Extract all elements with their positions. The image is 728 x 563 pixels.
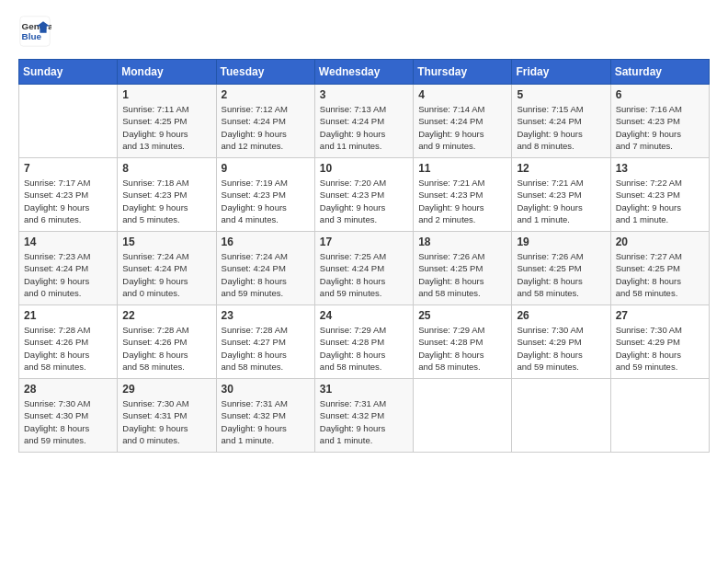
cell-info: Sunrise: 7:26 AM Sunset: 4:25 PM Dayligh… xyxy=(418,250,506,299)
cell-info: Sunrise: 7:12 AM Sunset: 4:24 PM Dayligh… xyxy=(222,103,310,152)
weekday-header-row: SundayMondayTuesdayWednesdayThursdayFrid… xyxy=(19,60,710,85)
weekday-friday: Friday xyxy=(512,60,610,85)
cell-info: Sunrise: 7:21 AM Sunset: 4:23 PM Dayligh… xyxy=(418,177,506,225)
calendar-cell: 24Sunrise: 7:29 AM Sunset: 4:28 PM Dayli… xyxy=(314,305,413,379)
calendar-table: SundayMondayTuesdayWednesdayThursdayFrid… xyxy=(18,59,710,453)
day-number: 3 xyxy=(320,88,408,101)
calendar-cell: 31Sunrise: 7:31 AM Sunset: 4:32 PM Dayli… xyxy=(314,379,413,453)
calendar-cell: 14Sunrise: 7:23 AM Sunset: 4:24 PM Dayli… xyxy=(19,232,118,305)
logo: General Blue xyxy=(18,15,57,48)
calendar-cell: 26Sunrise: 7:30 AM Sunset: 4:29 PM Dayli… xyxy=(512,305,610,379)
cell-info: Sunrise: 7:31 AM Sunset: 4:32 PM Dayligh… xyxy=(320,397,408,446)
cell-info: Sunrise: 7:21 AM Sunset: 4:23 PM Dayligh… xyxy=(517,177,605,225)
day-number: 31 xyxy=(320,383,408,396)
calendar-cell: 11Sunrise: 7:21 AM Sunset: 4:23 PM Dayli… xyxy=(414,158,512,232)
calendar-cell: 13Sunrise: 7:22 AM Sunset: 4:23 PM Dayli… xyxy=(610,158,709,232)
cell-info: Sunrise: 7:24 AM Sunset: 4:24 PM Dayligh… xyxy=(122,250,210,299)
calendar-container: General Blue SundayMondayTuesdayWednesda… xyxy=(0,0,728,563)
cell-info: Sunrise: 7:28 AM Sunset: 4:26 PM Dayligh… xyxy=(122,324,210,373)
calendar-cell xyxy=(19,85,118,158)
weekday-wednesday: Wednesday xyxy=(314,60,413,85)
cell-info: Sunrise: 7:22 AM Sunset: 4:23 PM Dayligh… xyxy=(616,177,704,225)
weekday-saturday: Saturday xyxy=(610,60,709,85)
cell-info: Sunrise: 7:30 AM Sunset: 4:30 PM Dayligh… xyxy=(24,397,112,446)
weekday-sunday: Sunday xyxy=(19,60,118,85)
day-number: 16 xyxy=(222,236,310,248)
calendar-cell: 5Sunrise: 7:15 AM Sunset: 4:24 PM Daylig… xyxy=(512,85,610,158)
day-number: 12 xyxy=(517,162,605,175)
calendar-cell: 7Sunrise: 7:17 AM Sunset: 4:23 PM Daylig… xyxy=(19,158,118,232)
calendar-cell: 30Sunrise: 7:31 AM Sunset: 4:32 PM Dayli… xyxy=(216,379,314,453)
cell-info: Sunrise: 7:15 AM Sunset: 4:24 PM Dayligh… xyxy=(517,103,605,152)
day-number: 30 xyxy=(222,383,310,396)
day-number: 10 xyxy=(320,162,408,175)
cell-info: Sunrise: 7:18 AM Sunset: 4:23 PM Dayligh… xyxy=(122,177,210,225)
cell-info: Sunrise: 7:30 AM Sunset: 4:29 PM Dayligh… xyxy=(616,324,704,373)
day-number: 23 xyxy=(222,309,310,322)
day-number: 11 xyxy=(418,162,506,175)
calendar-cell: 2Sunrise: 7:12 AM Sunset: 4:24 PM Daylig… xyxy=(216,85,314,158)
cell-info: Sunrise: 7:20 AM Sunset: 4:23 PM Dayligh… xyxy=(320,177,408,225)
day-number: 27 xyxy=(616,309,704,322)
calendar-cell: 8Sunrise: 7:18 AM Sunset: 4:23 PM Daylig… xyxy=(118,158,216,232)
day-number: 2 xyxy=(222,88,310,101)
day-number: 17 xyxy=(320,236,408,248)
calendar-cell: 16Sunrise: 7:24 AM Sunset: 4:24 PM Dayli… xyxy=(216,232,314,305)
calendar-cell: 9Sunrise: 7:19 AM Sunset: 4:23 PM Daylig… xyxy=(216,158,314,232)
calendar-cell: 4Sunrise: 7:14 AM Sunset: 4:24 PM Daylig… xyxy=(414,85,512,158)
weekday-monday: Monday xyxy=(118,60,216,85)
calendar-cell: 17Sunrise: 7:25 AM Sunset: 4:24 PM Dayli… xyxy=(314,232,413,305)
week-row-3: 21Sunrise: 7:28 AM Sunset: 4:26 PM Dayli… xyxy=(19,305,710,379)
calendar-cell: 23Sunrise: 7:28 AM Sunset: 4:27 PM Dayli… xyxy=(216,305,314,379)
cell-info: Sunrise: 7:13 AM Sunset: 4:24 PM Dayligh… xyxy=(320,103,408,152)
cell-info: Sunrise: 7:11 AM Sunset: 4:25 PM Dayligh… xyxy=(122,103,210,152)
cell-info: Sunrise: 7:28 AM Sunset: 4:26 PM Dayligh… xyxy=(24,324,112,373)
cell-info: Sunrise: 7:23 AM Sunset: 4:24 PM Dayligh… xyxy=(24,250,112,299)
day-number: 29 xyxy=(122,383,210,396)
day-number: 5 xyxy=(517,88,605,101)
day-number: 22 xyxy=(122,309,210,322)
day-number: 25 xyxy=(418,309,506,322)
day-number: 13 xyxy=(616,162,704,175)
calendar-cell: 25Sunrise: 7:29 AM Sunset: 4:28 PM Dayli… xyxy=(414,305,512,379)
cell-info: Sunrise: 7:25 AM Sunset: 4:24 PM Dayligh… xyxy=(320,250,408,299)
weekday-thursday: Thursday xyxy=(414,60,512,85)
cell-info: Sunrise: 7:14 AM Sunset: 4:24 PM Dayligh… xyxy=(418,103,506,152)
calendar-cell: 10Sunrise: 7:20 AM Sunset: 4:23 PM Dayli… xyxy=(314,158,413,232)
calendar-cell: 6Sunrise: 7:16 AM Sunset: 4:23 PM Daylig… xyxy=(610,85,709,158)
calendar-cell: 20Sunrise: 7:27 AM Sunset: 4:25 PM Dayli… xyxy=(610,232,709,305)
calendar-cell: 29Sunrise: 7:30 AM Sunset: 4:31 PM Dayli… xyxy=(118,379,216,453)
day-number: 15 xyxy=(122,236,210,248)
week-row-4: 28Sunrise: 7:30 AM Sunset: 4:30 PM Dayli… xyxy=(19,379,710,453)
calendar-cell: 28Sunrise: 7:30 AM Sunset: 4:30 PM Dayli… xyxy=(19,379,118,453)
day-number: 24 xyxy=(320,309,408,322)
day-number: 8 xyxy=(122,162,210,175)
cell-info: Sunrise: 7:16 AM Sunset: 4:23 PM Dayligh… xyxy=(616,103,704,152)
calendar-cell: 22Sunrise: 7:28 AM Sunset: 4:26 PM Dayli… xyxy=(118,305,216,379)
day-number: 9 xyxy=(222,162,310,175)
cell-info: Sunrise: 7:24 AM Sunset: 4:24 PM Dayligh… xyxy=(222,250,310,299)
logo-icon: General Blue xyxy=(18,15,51,48)
calendar-cell: 1Sunrise: 7:11 AM Sunset: 4:25 PM Daylig… xyxy=(118,85,216,158)
calendar-cell: 19Sunrise: 7:26 AM Sunset: 4:25 PM Dayli… xyxy=(512,232,610,305)
day-number: 1 xyxy=(122,88,210,101)
day-number: 7 xyxy=(24,162,112,175)
cell-info: Sunrise: 7:27 AM Sunset: 4:25 PM Dayligh… xyxy=(616,250,704,299)
cell-info: Sunrise: 7:30 AM Sunset: 4:29 PM Dayligh… xyxy=(517,324,605,373)
day-number: 28 xyxy=(24,383,112,396)
day-number: 14 xyxy=(24,236,112,248)
cell-info: Sunrise: 7:19 AM Sunset: 4:23 PM Dayligh… xyxy=(222,177,310,225)
calendar-cell: 15Sunrise: 7:24 AM Sunset: 4:24 PM Dayli… xyxy=(118,232,216,305)
calendar-cell: 21Sunrise: 7:28 AM Sunset: 4:26 PM Dayli… xyxy=(19,305,118,379)
cell-info: Sunrise: 7:29 AM Sunset: 4:28 PM Dayligh… xyxy=(418,324,506,373)
week-row-0: 1Sunrise: 7:11 AM Sunset: 4:25 PM Daylig… xyxy=(19,85,710,158)
cell-info: Sunrise: 7:28 AM Sunset: 4:27 PM Dayligh… xyxy=(222,324,310,373)
week-row-1: 7Sunrise: 7:17 AM Sunset: 4:23 PM Daylig… xyxy=(19,158,710,232)
calendar-cell: 3Sunrise: 7:13 AM Sunset: 4:24 PM Daylig… xyxy=(314,85,413,158)
day-number: 4 xyxy=(418,88,506,101)
cell-info: Sunrise: 7:30 AM Sunset: 4:31 PM Dayligh… xyxy=(122,397,210,446)
svg-text:General: General xyxy=(22,21,51,31)
calendar-cell: 12Sunrise: 7:21 AM Sunset: 4:23 PM Dayli… xyxy=(512,158,610,232)
calendar-cell: 18Sunrise: 7:26 AM Sunset: 4:25 PM Dayli… xyxy=(414,232,512,305)
cell-info: Sunrise: 7:17 AM Sunset: 4:23 PM Dayligh… xyxy=(24,177,112,225)
